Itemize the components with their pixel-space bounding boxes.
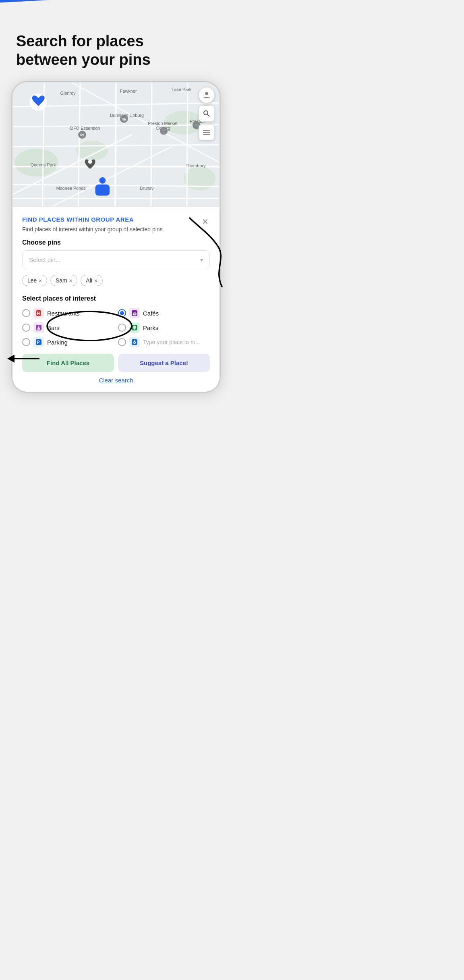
tags-row: Lee × Sam × Ali × <box>22 275 210 286</box>
svg-text:Preston Market: Preston Market <box>148 121 178 126</box>
custom-place-placeholder: Type your place to m... <box>143 339 200 345</box>
parks-label: Parks <box>143 324 158 331</box>
headline: Search for places between your pins <box>0 0 232 81</box>
map-svg: Glenroy Fawkner Lake Park Bunnings Cobur… <box>12 82 220 207</box>
modal-title: FIND PLACES WITHIN GROUP AREA <box>22 216 210 223</box>
modal-description: Find places of interest within your grou… <box>22 226 210 233</box>
radio-bars[interactable] <box>22 324 30 332</box>
bars-label: Bars <box>47 324 60 331</box>
select-placeholder: Select pin... <box>29 256 60 263</box>
svg-text:Brunsv: Brunsv <box>140 186 153 191</box>
place-option-cafes[interactable]: ☕ Cafés <box>118 308 210 318</box>
bars-icon <box>33 322 44 333</box>
svg-point-4 <box>76 141 108 160</box>
radio-custom[interactable] <box>118 338 126 346</box>
remove-ali-icon[interactable]: × <box>94 278 97 284</box>
phone-container: Glenroy Fawkner Lake Park Bunnings Cobur… <box>11 81 221 393</box>
restaurants-icon: ✕ <box>33 308 44 318</box>
svg-text:🛍: 🛍 <box>80 133 84 137</box>
remove-lee-icon[interactable]: × <box>39 278 42 284</box>
select-places-label: Select places of interest <box>22 295 210 302</box>
radio-parking[interactable] <box>22 338 30 346</box>
svg-text:Lake Park: Lake Park <box>172 87 191 92</box>
svg-text:Thornbury: Thornbury <box>186 164 206 168</box>
place-option-custom[interactable]: Type your place to m... <box>118 337 210 347</box>
radio-restaurants[interactable] <box>22 309 30 317</box>
choose-pins-label: Choose pins <box>22 239 210 246</box>
svg-point-46 <box>204 111 208 115</box>
svg-marker-1 <box>7 355 14 363</box>
close-button[interactable]: ✕ <box>199 216 211 227</box>
map-area: Glenroy Fawkner Lake Park Bunnings Cobur… <box>12 82 220 207</box>
parking-icon: P <box>33 337 44 347</box>
headline-line1: Search for places <box>16 33 144 50</box>
svg-rect-42 <box>95 185 110 196</box>
clear-search-link[interactable]: Clear search <box>22 377 210 385</box>
page-wrapper: Search for places between your pins <box>0 0 232 409</box>
search-icon <box>203 110 210 117</box>
map-controls <box>199 87 215 140</box>
svg-rect-62 <box>134 328 135 330</box>
svg-point-66 <box>134 342 135 343</box>
place-option-parking[interactable]: P Parking <box>22 337 114 347</box>
restaurants-label: Restaurants <box>47 310 80 317</box>
tag-sam[interactable]: Sam × <box>50 275 77 286</box>
radio-parks[interactable] <box>118 324 126 332</box>
parking-label: Parking <box>47 339 68 346</box>
action-buttons: Find All Places Suggest a Place! <box>22 354 210 372</box>
svg-text:🛍: 🛍 <box>122 117 126 121</box>
radio-cafes[interactable] <box>118 309 126 317</box>
svg-text:☕: ☕ <box>133 311 137 316</box>
place-option-restaurants[interactable]: ✕ Restaurants <box>22 308 114 318</box>
svg-text:Glenroy: Glenroy <box>60 91 76 96</box>
svg-text:🛒: 🛒 <box>162 129 167 134</box>
menu-button[interactable] <box>199 124 215 140</box>
svg-text:Fawkner: Fawkner <box>120 89 137 94</box>
parks-icon <box>129 322 140 333</box>
arrow-annotation <box>7 351 39 370</box>
svg-line-15 <box>115 83 116 206</box>
svg-text:P: P <box>37 340 40 345</box>
cafes-icon: ☕ <box>129 308 140 318</box>
chevron-down-icon: ▾ <box>200 257 203 263</box>
tag-lee[interactable]: Lee × <box>22 275 47 286</box>
place-option-parks[interactable]: Parks <box>118 322 210 333</box>
search-map-button[interactable] <box>199 106 215 122</box>
place-option-bars[interactable]: Bars <box>22 322 114 333</box>
modal-panel: FIND PLACES WITHIN GROUP AREA ✕ Find pla… <box>12 207 220 392</box>
person-icon <box>203 91 211 99</box>
places-grid: ✕ Restaurants ☕ Cafés <box>22 308 210 347</box>
svg-text:DFO Essendon: DFO Essendon <box>70 126 100 131</box>
tag-ali[interactable]: Ali × <box>81 275 102 286</box>
pin-select[interactable]: Select pin... ▾ <box>22 250 210 269</box>
svg-line-47 <box>207 114 209 116</box>
svg-point-44 <box>88 160 92 164</box>
cafes-label: Cafés <box>143 310 159 317</box>
svg-point-45 <box>205 92 208 95</box>
phone-mockup-container: Glenroy Fawkner Lake Park Bunnings Cobur… <box>0 81 232 393</box>
svg-point-43 <box>99 177 106 184</box>
svg-text:Queens Park: Queens Park <box>30 163 56 168</box>
svg-text:Moonee Ponds: Moonee Ponds <box>56 186 86 191</box>
headline-line2: between your pins <box>16 51 151 68</box>
suggest-place-button[interactable]: Suggest a Place! <box>118 354 210 372</box>
remove-sam-icon[interactable]: × <box>69 278 72 284</box>
menu-icon <box>203 129 210 135</box>
custom-place-icon <box>129 337 140 347</box>
headline-title: Search for places between your pins <box>16 32 216 69</box>
